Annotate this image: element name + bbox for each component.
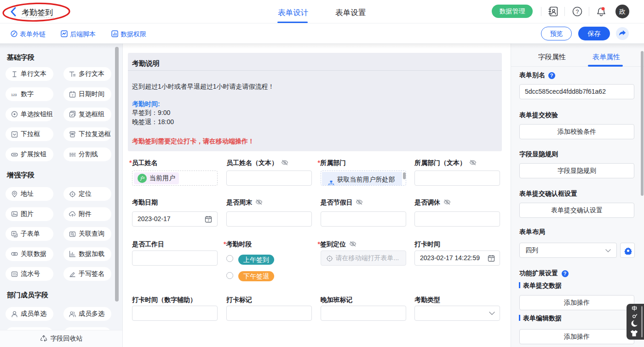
svg-text:123: 123 xyxy=(11,92,17,97)
svg-text:7: 7 xyxy=(490,257,492,262)
svg-text:7: 7 xyxy=(71,93,73,97)
svg-text:?: ? xyxy=(576,9,579,15)
svg-text:7: 7 xyxy=(207,218,209,222)
